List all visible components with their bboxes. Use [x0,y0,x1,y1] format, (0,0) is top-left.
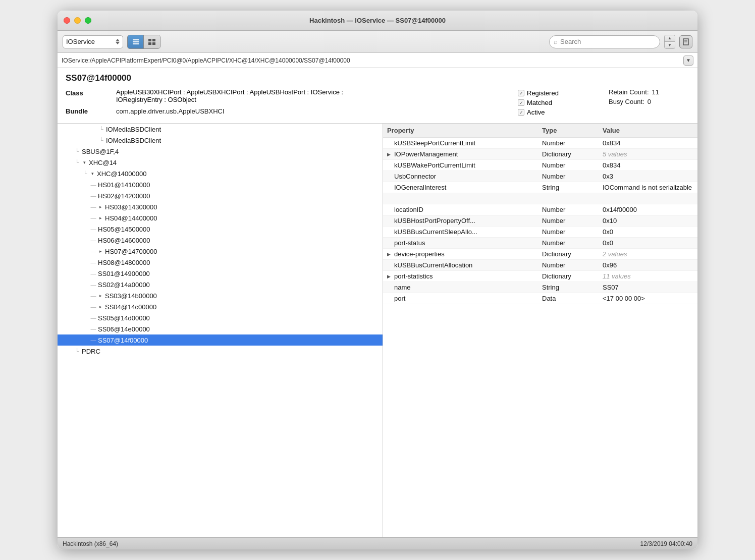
tree-item-ioMediaBSDClient1[interactable]: └IOMediaBSDClient [58,124,383,135]
tree-item-label: HS07@14700000 [105,248,157,255]
property-row-9[interactable]: port-status Number 0x0 [383,238,697,249]
tree-item-hs01[interactable]: —HS01@14100000 [58,179,383,190]
tree-item-sbus[interactable]: └SBUS@1F,4 [58,146,383,157]
tree-panel[interactable]: └IOMediaBSDClient└IOMediaBSDClient└SBUS@… [58,124,383,537]
tree-connector: └ [74,148,81,154]
property-row-0[interactable]: kUSBSleepPortCurrentLimit Number 0x834 [383,138,697,149]
statusbar: Hackintosh (x86_64) 12/3/2019 04:00:40 [58,537,697,549]
tree-expand-icon[interactable]: ▾ [89,170,96,177]
prop-type: Dictionary [542,250,603,258]
property-row-11[interactable]: kUSBBusCurrentAllocation Number 0x96 [383,260,697,271]
minimize-button[interactable] [74,17,81,24]
close-button[interactable] [64,17,70,24]
tree-item-hs02[interactable]: —HS02@14200000 [58,190,383,201]
service-stepper[interactable] [116,39,120,44]
prop-name: kUSBHostPortPropertyOff... [394,217,475,225]
bookmark-button[interactable] [679,35,692,48]
details-panel[interactable]: Property Type Value kUSBSleepPortCurrent… [383,124,697,537]
tree-expand-icon[interactable]: ▾ [81,159,88,166]
property-row-1[interactable]: ▶IOPowerManagement Dictionary 5 values [383,149,697,160]
registered-check-icon: ✓ [518,90,524,96]
property-row-5[interactable] [383,193,697,204]
tree-item-ss04[interactable]: —▸SS04@14c00000 [58,301,383,312]
prop-value: 11 values [603,272,693,280]
nav-down-button[interactable]: ▼ [665,42,675,48]
tree-item-hs08[interactable]: —HS08@14800000 [58,257,383,268]
tree-connector: — [90,337,97,343]
nav-arrows: ▲ ▼ [664,35,675,49]
tree-item-label: HS05@14500000 [98,226,150,233]
tree-expand-icon[interactable]: ▸ [97,303,104,310]
property-row-2[interactable]: kUSBWakePortCurrentLimit Number 0x834 [383,160,697,171]
property-row-8[interactable]: kUSBBusCurrentSleepAllo... Number 0x0 [383,227,697,238]
tree-item-ss06[interactable]: —SS06@14e00000 [58,323,383,334]
property-row-4[interactable]: IOGeneralInterest String IOCommand is no… [383,182,697,193]
class-value: AppleUSB30XHCIPort : AppleUSBXHCIPort : … [116,88,518,103]
tree-item-hs04[interactable]: —▸HS04@14400000 [58,212,383,223]
prop-value: 0x96 [603,261,693,269]
list-view-icon [132,38,140,45]
tree-item-hs05[interactable]: —HS05@14500000 [58,223,383,235]
expand-arrow-icon[interactable]: ▶ [387,152,394,157]
prop-name: IOGeneralInterest [394,184,446,191]
prop-name: device-properties [394,250,445,258]
property-row-10[interactable]: ▶device-properties Dictionary 2 values [383,249,697,260]
search-input[interactable] [560,38,656,45]
property-row-7[interactable]: kUSBHostPortPropertyOff... Number 0x10 [383,215,697,227]
tree-item-ss05[interactable]: —SS05@14d00000 [58,312,383,323]
property-row-13[interactable]: name String SS07 [383,282,697,293]
prop-type: Number [542,217,603,225]
info-header: SS07@14f00000 Class AppleUSB30XHCIPort :… [58,68,697,124]
property-row-14[interactable]: port Data <17 00 00 00> [383,293,697,304]
tree-connector: — [90,304,97,310]
svg-rect-2 [133,43,139,44]
value-col-header: Value [603,127,693,134]
svg-rect-5 [148,42,151,45]
tree-connector: — [90,282,97,288]
property-row-12[interactable]: ▶port-statistics Dictionary 11 values [383,271,697,282]
tree-expand-icon[interactable]: ▸ [97,203,104,210]
info-counts: Retain Count: 11 Busy Count: 0 [609,88,689,116]
list-view-button[interactable] [128,35,144,48]
tree-item-xhc14000000[interactable]: └▾XHC@14000000 [58,168,383,179]
tree-item-ss01[interactable]: —SS01@14900000 [58,268,383,279]
pathbar-expand-button[interactable]: ▼ [683,55,693,66]
tree-expand-icon[interactable]: ▸ [97,292,104,299]
tree-item-ioMediaBSDClient2[interactable]: └IOMediaBSDClient [58,135,383,146]
tree-expand-icon[interactable]: ▸ [97,214,104,221]
tree-item-label: PDRC [82,348,100,355]
stepper-up-icon [116,39,120,41]
tree-item-label: IOMediaBSDClient [106,126,161,133]
tree-item-ss03[interactable]: —▸SS03@14b00000 [58,290,383,301]
prop-name: IOPowerManagement [394,150,458,158]
pathbar: IOService:/AppleACPIPlatformExpert/PCI0@… [58,53,697,68]
tree-item-label: XHC@14 [89,159,117,166]
prop-type: Number [542,228,603,236]
tree-connector: — [90,270,97,276]
tree-expand-icon[interactable]: ▸ [97,248,104,255]
bundle-label: Bundle [66,106,116,116]
property-row-6[interactable]: locationID Number 0x14f00000 [383,204,697,215]
tree-item-pdrc[interactable]: └PDRC [58,346,383,357]
tree-item-hs07[interactable]: —▸HS07@14700000 [58,246,383,257]
property-row-3[interactable]: UsbConnector Number 0x3 [383,171,697,182]
toolbar: IOService [58,31,697,53]
tree-item-xhc14[interactable]: └▾XHC@14 [58,157,383,168]
tree-item-hs03[interactable]: —▸HS03@14300000 [58,201,383,212]
retain-count-value: 11 [652,88,659,96]
grid-view-button[interactable] [144,35,160,48]
search-box[interactable]: ⌕ [549,35,660,48]
tree-item-label: SS03@14b00000 [105,292,157,300]
tree-item-hs06[interactable]: —HS06@14600000 [58,235,383,246]
tree-item-ss07[interactable]: —SS07@14f00000 [58,334,383,346]
nav-up-button[interactable]: ▲ [665,35,675,42]
service-selector[interactable]: IOService [63,35,123,48]
expand-arrow-icon[interactable]: ▶ [387,274,394,279]
tree-connector: — [90,193,97,199]
expand-arrow-icon[interactable]: ▶ [387,252,394,257]
prop-value: <17 00 00 00> [603,295,693,302]
device-name: SS07@14f00000 [66,73,689,83]
maximize-button[interactable] [85,17,91,24]
details-header: Property Type Value [383,124,697,138]
tree-item-ss02[interactable]: —SS02@14a00000 [58,279,383,290]
